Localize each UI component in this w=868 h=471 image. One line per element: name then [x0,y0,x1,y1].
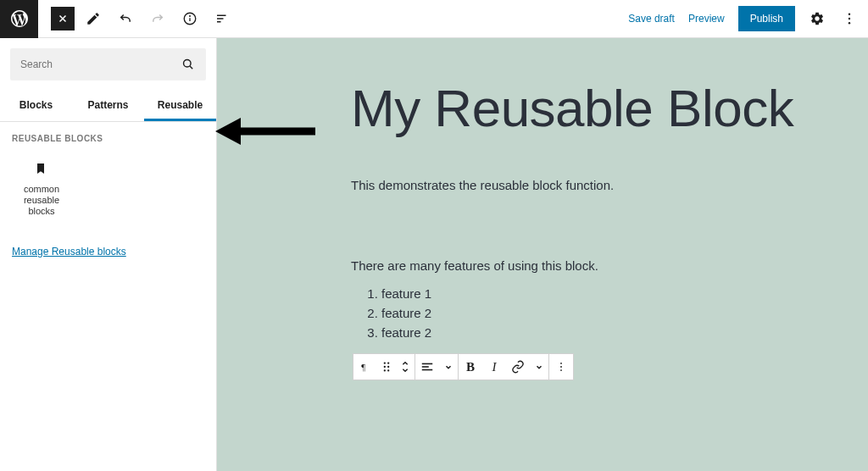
preview-link[interactable]: Preview [688,13,725,25]
svg-point-21 [560,363,562,364]
svg-point-16 [384,369,386,371]
redo-button[interactable] [144,5,171,32]
editor-top-bar: Save draft Preview Publish [0,0,868,38]
svg-point-7 [849,18,850,19]
edit-mode-icon[interactable] [80,5,107,32]
undo-button[interactable] [112,5,139,32]
svg-point-12 [384,362,386,363]
publish-button[interactable]: Publish [738,6,795,31]
block-inserter-panel: Blocks Patterns Reusable REUSABLE BLOCKS… [0,38,217,471]
block-search[interactable] [10,48,206,80]
post-heading-partial: Heading [354,328,462,352]
list-item[interactable]: feature 1 [381,286,868,301]
close-inserter-button[interactable] [51,7,75,30]
link-button[interactable] [506,354,530,380]
move-up-down-button[interactable] [396,354,415,380]
settings-button[interactable] [804,5,831,32]
svg-point-2 [190,16,191,17]
svg-point-17 [387,369,389,371]
svg-text:¶: ¶ [361,363,365,372]
reusable-block-item[interactable]: common reusable blocks [8,153,75,226]
svg-point-6 [849,14,850,15]
svg-point-8 [849,22,850,24]
block-item-label: common reusable blocks [12,184,71,218]
list-view-button[interactable] [209,5,236,32]
post-paragraph-features[interactable]: There are many features of using this bl… [351,258,868,273]
svg-point-23 [560,369,562,371]
svg-line-10 [190,66,192,69]
svg-point-9 [184,60,192,68]
save-draft-link[interactable]: Save draft [628,13,675,25]
section-title-reusable: REUSABLE BLOCKS [0,122,216,148]
tab-patterns[interactable]: Patterns [72,91,144,121]
inserter-tabs: Blocks Patterns Reusable [0,91,216,122]
tab-reusable[interactable]: Reusable [144,91,216,121]
more-format-chevron-icon[interactable] [530,354,548,380]
align-chevron-icon[interactable] [439,354,458,380]
search-icon [181,57,196,72]
post-paragraph-intro[interactable]: This demonstrates the reusable block fun… [351,178,868,192]
editor-canvas[interactable]: My Reusable Block This demonstrates the … [217,38,868,471]
manage-reusable-link[interactable]: Manage Reusable blocks [12,246,126,258]
more-options-button[interactable] [836,5,863,32]
block-more-options-button[interactable] [549,354,573,380]
bold-button[interactable]: B [459,354,482,380]
search-input[interactable] [20,58,181,70]
svg-point-13 [387,362,389,363]
block-type-button[interactable]: ¶ [353,354,377,380]
bookmark-icon [34,162,49,177]
block-toolbar: ¶ B I [353,353,574,380]
italic-button[interactable]: I [482,354,506,380]
tab-blocks[interactable]: Blocks [0,91,72,121]
drag-handle-icon[interactable] [377,354,396,380]
align-button[interactable] [415,354,439,380]
svg-point-14 [384,366,386,368]
info-button[interactable] [176,5,203,32]
svg-point-22 [560,366,562,368]
list-item[interactable]: feature 2 [381,306,868,320]
post-title[interactable]: My Reusable Block [351,80,868,136]
svg-point-15 [387,366,389,368]
wordpress-logo[interactable] [0,0,38,38]
